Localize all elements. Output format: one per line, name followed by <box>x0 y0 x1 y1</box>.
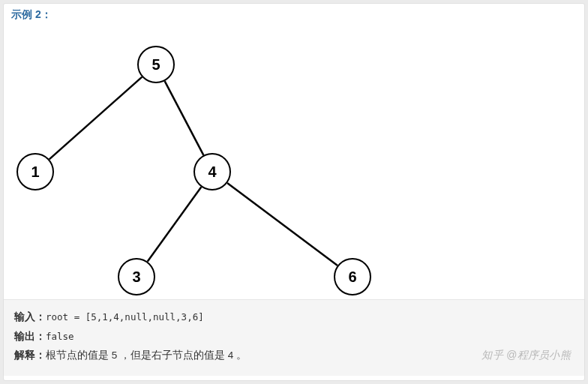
explain-line: 解释：根节点的值是 5 ，但是右子节点的值是 4 。 <box>14 346 574 365</box>
example-io-block: 输入：root = [5,1,4,null,null,3,6] 输出：false… <box>4 299 584 376</box>
explain-value: 根节点的值是 5 ，但是右子节点的值是 4 。 <box>46 350 247 361</box>
binary-tree-diagram: 51436 <box>4 22 584 299</box>
tree-edges <box>4 22 585 299</box>
output-line: 输出：false <box>14 327 574 346</box>
output-value: false <box>46 331 74 342</box>
input-line: 输入：root = [5,1,4,null,null,3,6] <box>14 308 574 327</box>
example-card: 示例 2： 51436 输入：root = [5,1,4,null,null,3… <box>3 3 585 381</box>
explain-label: 解释： <box>14 350 46 361</box>
tree-node-right: 4 <box>194 153 231 190</box>
tree-node-rl: 3 <box>118 258 155 296</box>
example-heading: 示例 2： <box>4 4 584 22</box>
tree-node-root: 5 <box>137 46 175 83</box>
tree-edge <box>165 81 204 155</box>
output-label: 输出： <box>14 331 46 342</box>
tree-edge <box>148 187 202 261</box>
tree-node-left: 1 <box>16 153 54 190</box>
input-label: 输入： <box>14 311 46 322</box>
input-value: root = [5,1,4,null,null,3,6] <box>46 311 204 322</box>
tree-node-rr: 6 <box>334 258 371 296</box>
tree-edge <box>227 183 338 266</box>
tree-edge <box>50 77 142 160</box>
